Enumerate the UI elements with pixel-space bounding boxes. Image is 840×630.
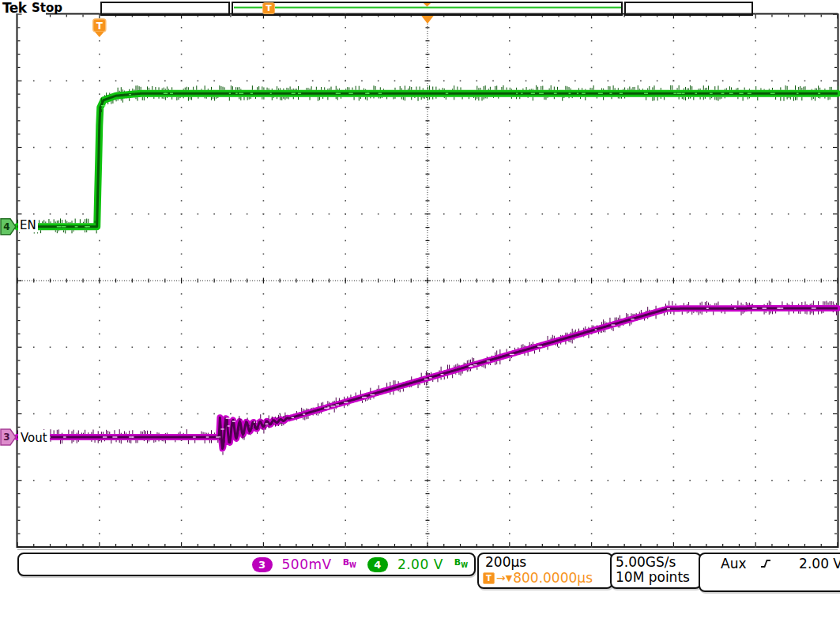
ch3-ground-marker: 3: [1, 429, 16, 445]
delay-value: 800.0000μs: [513, 571, 593, 586]
oscilloscope-screen: T43 Tek Stop T EN Vout 3 500mV BW 4 2.00…: [0, 0, 840, 630]
acquisition-status: Stop: [32, 1, 62, 15]
acquisition-info-box[interactable]: 5.00GS/s 10M points: [610, 553, 702, 589]
ch4-scale-readout: 2.00 V: [397, 556, 443, 572]
horizontal-scale-box[interactable]: 200μs T → ▼ 800.0000μs: [477, 553, 613, 589]
svg-text:3: 3: [3, 432, 9, 443]
record-length-readout: 10M points: [616, 570, 696, 585]
ch3-bandwidth-limit-icon: BW: [343, 558, 356, 570]
trigger-info-box[interactable]: Aux 2.00 V: [699, 553, 840, 592]
trigger-source-readout: Aux: [721, 556, 746, 572]
trace-label-vout: Vout: [18, 430, 50, 446]
delay-trigger-badge: T: [483, 572, 495, 584]
delay-position-triangle: [421, 15, 435, 24]
ch3-scale-readout: 500mV: [282, 556, 332, 572]
ch4-bandwidth-limit-icon: BW: [454, 558, 468, 570]
rising-edge-trigger-icon: [760, 557, 772, 570]
channel-readout-box[interactable]: 3 500mV BW 4 2.00 V BW: [17, 553, 476, 576]
svg-text:4: 4: [3, 221, 9, 232]
svg-text:T: T: [96, 21, 104, 32]
delay-arrow-icon: →: [496, 571, 506, 586]
top-bar-box-right: [624, 2, 753, 16]
top-bar-box-left: [100, 2, 230, 16]
trace-label-en: EN: [18, 218, 38, 232]
trigger-time-flag: T: [93, 19, 106, 37]
waveform-preview-box[interactable]: T: [232, 2, 623, 16]
sample-rate-readout: 5.00GS/s: [616, 555, 696, 570]
delay-position-marker-icon: ▼: [506, 571, 512, 586]
tek-logo: Tek: [2, 0, 27, 16]
trigger-delay-readout: T → ▼ 800.0000μs: [483, 571, 608, 586]
preview-trigger-badge: T: [262, 2, 275, 14]
ch4-ground-marker: 4: [1, 219, 16, 235]
timebase-readout: 200μs: [485, 555, 608, 570]
trigger-level-readout: 2.00 V: [799, 556, 840, 572]
ch4-badge[interactable]: 4: [367, 557, 388, 572]
ch3-badge[interactable]: 3: [252, 557, 273, 572]
scope-display-canvas: T43: [0, 0, 840, 630]
